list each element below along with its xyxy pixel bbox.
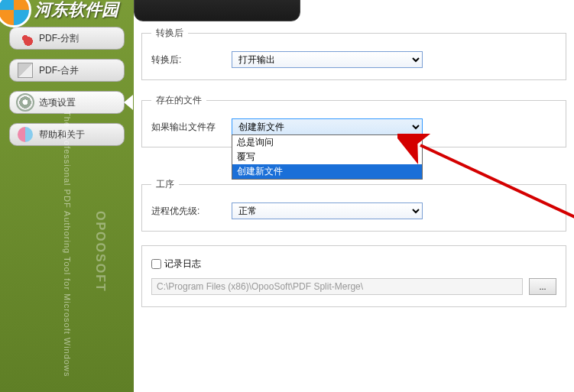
- top-dark-bar: [134, 0, 300, 21]
- brand-vertical: OPOOSOFT: [93, 211, 107, 293]
- main-panel: 转换后 转换后: 打开输出 存在的文件 如果输出文件存 创建新文件 总是询问 覆…: [134, 0, 574, 392]
- fieldset-after-convert: 转换后 转换后: 打开输出: [141, 27, 566, 80]
- browse-button[interactable]: ...: [529, 278, 556, 295]
- label-existing-file: 如果输出文件存: [151, 121, 224, 134]
- select-after-convert[interactable]: 打开输出: [232, 51, 423, 68]
- help-icon: [18, 127, 33, 142]
- input-log-path[interactable]: [151, 278, 523, 295]
- sidebar-item-label: PDF-分割: [39, 32, 79, 45]
- select-existing-file[interactable]: 创建新文件: [232, 118, 423, 135]
- legend-after-convert: 转换后: [151, 27, 188, 40]
- label-log: 记录日志: [164, 258, 201, 271]
- tagline-vertical: The Professional PDF Authoring Tool for …: [62, 111, 72, 377]
- label-process-priority: 进程优先级:: [151, 205, 224, 218]
- gear-icon: [18, 95, 33, 110]
- sidebar: PDF-分割 PDF-合并 选项设置 帮助和关于 OPOOSOFT The Pr…: [0, 0, 134, 392]
- scissors-icon: [18, 31, 33, 46]
- sidebar-item-label: 选项设置: [39, 96, 76, 109]
- fieldset-log: 记录日志 ...: [141, 245, 566, 307]
- fieldset-existing-file: 存在的文件 如果输出文件存 创建新文件 总是询问 覆写 创建新文件: [141, 94, 566, 147]
- dropdown-option-create-new[interactable]: 创建新文件: [232, 164, 422, 179]
- dropdown-option-always-ask[interactable]: 总是询问: [232, 135, 422, 150]
- watermark-title: 河东软件园: [34, 0, 118, 21]
- merge-icon: [18, 63, 33, 78]
- select-process-priority[interactable]: 正常: [232, 202, 423, 219]
- sidebar-item-label: PDF-合并: [39, 64, 79, 77]
- legend-process: 工序: [151, 178, 179, 191]
- dropdown-option-overwrite[interactable]: 覆写: [232, 150, 422, 164]
- sidebar-item-pdf-merge[interactable]: PDF-合并: [9, 59, 125, 82]
- checkbox-log[interactable]: [151, 259, 161, 269]
- dropdown-existing-file: 总是询问 覆写 创建新文件: [232, 134, 423, 180]
- legend-existing-file: 存在的文件: [151, 94, 206, 107]
- label-after-convert: 转换后:: [151, 53, 224, 66]
- watermark: 河东软件园: [0, 0, 118, 28]
- fieldset-process: 工序 进程优先级: 正常: [141, 178, 566, 232]
- sidebar-item-pdf-split[interactable]: PDF-分割: [9, 27, 125, 50]
- watermark-logo-icon: [0, 0, 31, 28]
